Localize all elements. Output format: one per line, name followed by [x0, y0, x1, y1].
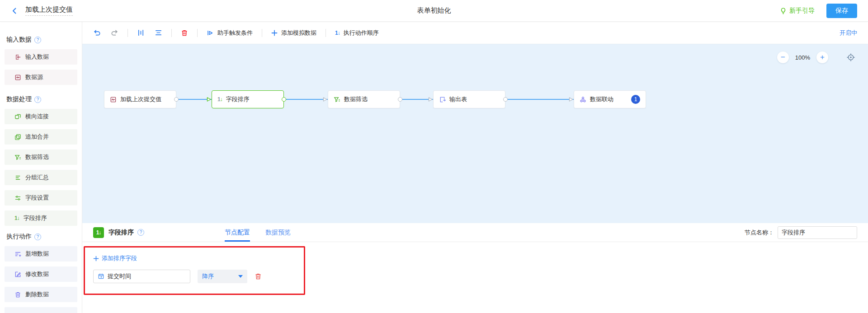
flow-canvas[interactable]: 加载上次提交值 1↓ 字段排序 数据筛选 [82, 44, 868, 223]
zoom-level: 100% [795, 54, 810, 61]
sidebar-item-datasource[interactable]: 数据源 [5, 70, 77, 85]
data-linkage-icon [580, 96, 586, 103]
sort-icon: 1↓ [14, 215, 19, 221]
add-sort-field-button[interactable]: 添加排序字段 [93, 254, 137, 262]
filter-icon [334, 96, 340, 103]
panel-header: 1↓ 字段排序 ? 节点配置 数据预览 节点名称： [82, 223, 868, 242]
sort-order-select[interactable]: 降序 [198, 270, 247, 283]
flow-node-load-last-submit[interactable]: 加载上次提交值 [104, 90, 176, 108]
top-header: 加载上次提交值 表单初始化 新手引导 保存 [0, 0, 868, 22]
sidebar-item-group-summary[interactable]: 分组汇总 [5, 170, 77, 185]
section-title-data-processing: 数据处理 ? [0, 95, 82, 104]
toolbar-divider [326, 29, 326, 37]
sidebar-item-data-filter[interactable]: 数据筛选 [5, 149, 77, 165]
lightbulb-icon [780, 7, 787, 14]
sidebar-item-field-sort[interactable]: 1↓ 字段排序 [5, 210, 77, 226]
append-merge-icon [14, 134, 21, 140]
output-port[interactable] [503, 97, 508, 102]
plus-icon [271, 30, 278, 36]
flow-node-output-table[interactable]: 输出表 [433, 90, 505, 108]
question-circle-icon[interactable]: ? [34, 234, 41, 240]
delete-sort-field-icon[interactable] [255, 273, 262, 280]
tab-node-config[interactable]: 节点配置 [225, 223, 250, 242]
toolbar-divider [197, 29, 198, 37]
annotation-box: 添加排序字段 提交时间 降序 [84, 246, 305, 295]
sidebar-item-input-data[interactable]: 输入数据 [5, 49, 77, 65]
distribute-vertical-icon[interactable] [155, 29, 162, 37]
add-mock-data-button[interactable]: 添加模拟数据 [271, 29, 316, 37]
input-port [568, 97, 574, 102]
sort-field-select[interactable]: 提交时间 [93, 270, 190, 283]
node-name-input[interactable] [778, 226, 857, 239]
sort-field-value: 提交时间 [108, 272, 131, 280]
sidebar-item-field-settings[interactable]: 字段设置 [5, 190, 77, 206]
sidebar-item-append-merge[interactable]: 追加合并 [5, 129, 77, 145]
section-title-input-data: 输入数据 ? [0, 35, 82, 44]
assistant-trigger-button[interactable]: 助手触发条件 [207, 29, 253, 37]
node-name-group: 节点名称： [745, 226, 857, 239]
beginner-guide-link[interactable]: 新手引导 [780, 7, 815, 15]
output-port[interactable] [174, 97, 179, 102]
sidebar-item-horizontal-join[interactable]: 横向连接 [5, 109, 77, 124]
canvas-toolbar: 助手触发条件 添加模拟数据 1↓ 执行动作顺序 开启中 [82, 22, 868, 44]
flow-node-field-sort[interactable]: 1↓ 字段排序 [212, 90, 284, 108]
group-summary-icon [14, 174, 21, 181]
distribute-horizontal-icon[interactable] [137, 29, 145, 37]
toolbar-divider [127, 29, 128, 37]
edit-data-icon [14, 271, 21, 278]
page-title: 表单初始化 [0, 6, 868, 15]
node-config-panel: 1↓ 字段排序 ? 节点配置 数据预览 节点名称： 添加排序字段 [82, 223, 868, 313]
flow-title[interactable]: 加载上次提交值 [25, 5, 73, 16]
guide-label: 新手引导 [789, 7, 815, 15]
sort-field-row: 提交时间 降序 [93, 270, 296, 283]
flow-node-data-linkage[interactable]: 数据联动 1 [574, 90, 646, 108]
flow-node-data-filter[interactable]: 数据筛选 [328, 90, 400, 108]
sidebar-item-add-data[interactable]: 新增数据 [5, 246, 77, 262]
node-type-label: 字段排序 [108, 229, 134, 237]
input-port [322, 97, 328, 102]
input-port [428, 97, 433, 102]
node-name-label: 节点名称： [745, 229, 774, 237]
tab-data-preview[interactable]: 数据预览 [265, 223, 291, 242]
section-title-actions: 执行动作 ? [0, 232, 82, 241]
redo-icon[interactable] [111, 29, 118, 37]
delete-data-icon [14, 291, 21, 298]
status-enabled[interactable]: 开启中 [840, 29, 857, 37]
sort-icon: 1↓ [217, 97, 222, 102]
zoom-controls: − 100% + [777, 51, 855, 63]
flow-editor-main: 助手触发条件 添加模拟数据 1↓ 执行动作顺序 开启中 加载上次提交值 [82, 22, 868, 313]
chevron-down-icon [238, 275, 243, 278]
output-table-icon [439, 96, 446, 103]
sidebar-item-partial[interactable] [5, 307, 77, 313]
question-circle-icon[interactable]: ? [34, 37, 41, 43]
toolbar-divider [262, 29, 262, 37]
field-settings-icon [14, 195, 21, 201]
sidebar-item-edit-data[interactable]: 修改数据 [5, 266, 77, 282]
toolbar-divider [171, 29, 172, 37]
crosshair-icon[interactable] [846, 53, 855, 62]
back-icon[interactable] [11, 7, 18, 14]
data-import-icon [14, 54, 21, 61]
trigger-play-icon [207, 29, 214, 37]
filter-icon [14, 154, 21, 161]
datasource-icon [110, 96, 117, 103]
input-port [206, 97, 212, 102]
datasource-icon [14, 74, 21, 81]
sidebar-item-delete-data[interactable]: 删除数据 [5, 287, 77, 302]
action-order-button[interactable]: 1↓ 执行动作顺序 [335, 29, 379, 37]
question-circle-icon[interactable]: ? [137, 229, 144, 236]
panel-tabs: 节点配置 数据预览 [225, 223, 291, 242]
output-port[interactable] [282, 97, 286, 102]
calendar-icon [98, 273, 104, 280]
horizontal-join-icon [14, 113, 21, 120]
node-count-badge: 1 [631, 95, 640, 104]
zoom-in-button[interactable]: + [816, 51, 828, 63]
output-port[interactable] [398, 97, 402, 102]
trash-icon[interactable] [181, 29, 188, 37]
plus-icon [93, 256, 99, 262]
zoom-out-button[interactable]: − [777, 51, 789, 63]
question-circle-icon[interactable]: ? [34, 96, 41, 103]
undo-icon[interactable] [93, 29, 101, 37]
save-button[interactable]: 保存 [826, 4, 857, 18]
add-data-icon [14, 251, 21, 257]
